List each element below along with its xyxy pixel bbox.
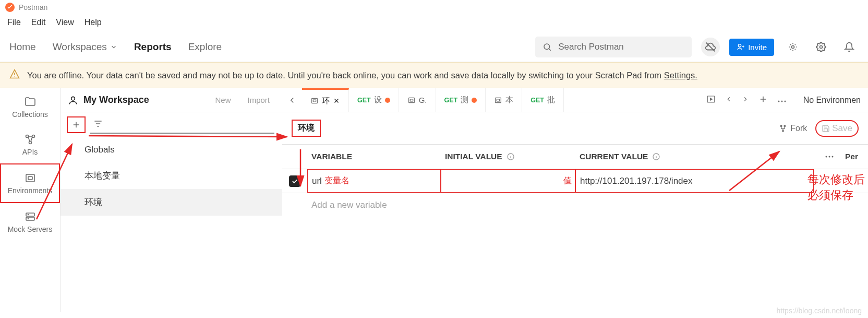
environment-icon [310,97,319,105]
col-current: CURRENT VALUE [575,152,814,161]
tab-get-1[interactable]: GET 设 [349,88,399,112]
table-row-add[interactable]: Add a new variable [282,193,868,217]
tab-options-icon[interactable] [777,96,787,105]
watermark: https://blog.csdn.net/loong [777,307,862,315]
tab-back-button[interactable] [282,96,302,105]
folder-icon [24,96,37,108]
annotation-value: 值 [563,175,575,186]
filter-icon [93,119,103,129]
environment-icon [494,96,502,104]
svg-rect-15 [313,100,316,102]
tab-globals[interactable]: G. [399,88,436,112]
env-item-globals[interactable]: Globals [61,137,282,162]
menu-help[interactable]: Help [85,18,102,27]
tab-get-3[interactable]: GET 批 [522,88,564,112]
import-button[interactable]: Import [242,92,275,108]
nav-reports[interactable]: Reports [134,41,172,53]
current-value-input[interactable]: http://101.201.197.178/index [575,169,814,193]
unsaved-dot-icon [385,98,390,103]
annotation-save-note: 每次修改后 必须保存 [807,172,865,203]
check-icon [291,178,298,185]
person-add-icon [737,43,745,51]
chevron-down-icon [110,43,117,51]
capture-icon[interactable] [783,38,802,56]
table-row: url 变量名 值 http://101.201.197.178/index [282,169,868,193]
fork-button[interactable]: Fork [779,124,807,133]
svg-rect-8 [28,176,32,180]
svg-point-2 [792,46,794,49]
banner-settings-link[interactable]: Settings. [664,70,697,80]
svg-rect-7 [26,174,34,182]
svg-rect-17 [410,99,413,101]
svg-point-12 [28,219,28,219]
tab-next-icon[interactable] [742,96,749,105]
nav-workspaces[interactable]: Workspaces [53,41,117,53]
sidebar-item-environments[interactable]: Environments [0,163,60,203]
filter-button[interactable] [93,119,103,131]
variable-name-input[interactable]: url 变量名 [307,169,441,193]
sidebar-item-collections[interactable]: Collections [0,88,60,126]
environment-name-label[interactable]: 环境 [292,120,321,137]
method-badge: GET [444,97,458,104]
svg-point-29 [826,156,827,158]
svg-rect-16 [408,98,414,102]
menu-edit[interactable]: Edit [31,18,46,27]
plus-icon [71,120,81,129]
more-icon [825,155,834,158]
menu-file[interactable]: File [7,18,21,27]
svg-point-22 [781,100,782,102]
server-icon [24,210,37,223]
svg-point-26 [782,130,784,132]
env-item-local[interactable]: 本地变量 [61,162,282,189]
row-checkbox[interactable] [289,175,300,187]
settings-icon[interactable] [812,38,830,56]
save-icon [822,124,830,133]
save-button[interactable]: Save [815,120,859,137]
environment-selector[interactable]: No Environmen [796,96,861,105]
table-header: VARIABLE INITIAL VALUE CURRENT VALUE Per [282,145,868,169]
nav-explore[interactable]: Explore [188,41,222,53]
col-persist: Per [845,152,868,161]
invite-button[interactable]: Invite [729,39,774,56]
col-more[interactable] [814,155,845,158]
runner-icon[interactable] [706,95,716,106]
add-environment-button[interactable] [67,116,86,133]
tabs-bar: 环 GET 设 G. GET 测 本 GET [282,88,868,112]
cloud-offline-icon[interactable] [701,38,720,56]
fork-icon [779,124,787,133]
new-tab-button[interactable] [758,95,768,106]
svg-rect-18 [496,98,501,102]
svg-point-30 [829,156,830,158]
svg-rect-9 [26,213,34,216]
svg-point-11 [28,215,28,215]
person-icon [68,95,78,105]
workspace-selector[interactable]: My Workspace [68,95,203,105]
col-initial: INITIAL VALUE [441,152,575,161]
main-area: 环 GET 设 G. GET 测 本 GET [282,88,868,312]
svg-point-13 [71,97,75,100]
new-button[interactable]: New [210,92,236,108]
env-item-env[interactable]: 环境 [61,189,282,216]
menu-view[interactable]: View [56,18,74,27]
svg-point-23 [784,100,786,102]
info-icon[interactable] [507,152,515,161]
add-variable-placeholder: Add a new variable [307,200,441,210]
initial-value-input[interactable]: 值 [441,169,575,193]
sidebar-icons: Collections APIs Environments Mock Serve… [0,88,61,312]
title-bar: Postman [0,0,868,15]
banner-text: You are offline. Your data can't be save… [27,70,697,80]
close-icon[interactable] [333,97,340,104]
sidebar-item-apis[interactable]: APIs [0,126,60,163]
info-icon[interactable] [652,152,660,161]
tab-prev-icon[interactable] [725,96,732,105]
nav-home[interactable]: Home [9,41,36,53]
tab-get-2[interactable]: GET 测 [436,88,486,112]
tab-local[interactable]: 本 [486,88,522,112]
app-title: Postman [19,3,47,11]
offline-banner: You are offline. Your data can't be save… [0,62,868,88]
tab-env[interactable]: 环 [302,88,349,112]
search-input[interactable]: Search Postman [535,37,692,57]
sidebar-item-mock-servers[interactable]: Mock Servers [0,203,60,241]
notifications-icon[interactable] [840,38,859,56]
environment-icon [407,96,416,104]
